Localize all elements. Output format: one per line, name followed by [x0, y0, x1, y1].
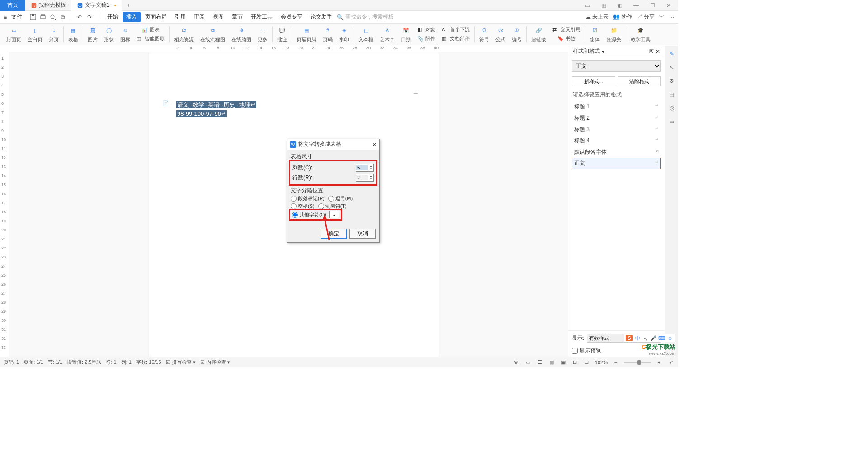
teaching-tools-button[interactable]: 🎓教学工具	[628, 24, 653, 44]
picture-button[interactable]: 🖼图片	[85, 24, 100, 44]
wordart-button[interactable]: A艺术字	[377, 24, 397, 44]
columns-input[interactable]	[356, 165, 368, 170]
menu-references[interactable]: 引用	[171, 12, 189, 22]
cover-page-button[interactable]: ▭封面页	[4, 24, 24, 44]
view-page-icon[interactable]: ▭	[524, 359, 532, 366]
zoom-in-icon[interactable]: +	[656, 359, 663, 366]
docparts-button[interactable]: ▥文档部件	[439, 34, 472, 43]
side-layers-icon[interactable]: ▤	[667, 90, 676, 99]
radio-tab[interactable]: 制表符(T)	[318, 203, 347, 210]
status-setting[interactable]: 设置值: 2.5厘米	[67, 359, 101, 366]
menu-pagelayout[interactable]: 页面布局	[142, 12, 170, 22]
tab-templates[interactable]: D 找稻壳模板	[25, 0, 71, 11]
side-styles-icon[interactable]: ✎	[667, 49, 676, 58]
status-section[interactable]: 节: 1/1	[48, 359, 62, 366]
zoom-slider[interactable]	[624, 362, 651, 363]
status-col[interactable]: 列: 1	[121, 359, 132, 366]
status-words[interactable]: 字数: 15/15	[136, 359, 161, 366]
status-page[interactable]: 页码: 1	[4, 359, 19, 366]
other-char-input[interactable]	[329, 211, 339, 218]
fit-icon[interactable]: ⊡	[571, 359, 579, 366]
clear-format-button[interactable]: 清除格式	[618, 76, 661, 86]
status-spell[interactable]: ☑ 拼写检查 ▾	[166, 359, 196, 366]
dropcap-button[interactable]: A首字下沉	[439, 25, 472, 34]
status-line[interactable]: 行: 1	[106, 359, 116, 366]
fit-width-icon[interactable]: ⊟	[583, 359, 590, 366]
tab-document[interactable]: W 文字文稿1 •	[71, 0, 122, 11]
menu-devtools[interactable]: 开发工具	[247, 12, 276, 22]
more-icon[interactable]: ⋯	[669, 14, 675, 20]
preview-checkbox[interactable]	[572, 348, 578, 354]
panel-pin-icon[interactable]: ⇱	[649, 48, 654, 55]
menu-member[interactable]: 会员专享	[277, 12, 306, 22]
side-select-icon[interactable]: ↖	[667, 63, 676, 72]
menu-review[interactable]: 审阅	[190, 12, 208, 22]
style-item-h4[interactable]: 标题 4↵	[572, 135, 661, 146]
menu-insert[interactable]: 插入	[123, 12, 141, 22]
panel-close-icon[interactable]: ✕	[656, 48, 660, 55]
view-outline-icon[interactable]: ☰	[536, 359, 543, 366]
menu-icon[interactable]: ≡	[4, 14, 7, 20]
radio-space[interactable]: 空格(S)	[291, 203, 315, 210]
tab-new[interactable]: ＋	[122, 0, 136, 11]
apps-icon[interactable]: ▦	[598, 1, 609, 10]
style-item-h1[interactable]: 标题 1↵	[572, 101, 661, 113]
mindmap-button[interactable]: ✵在线脑图	[229, 24, 254, 44]
crossref-button[interactable]: ⇄交叉引用	[550, 25, 583, 34]
ime-lang-icon[interactable]: 中	[634, 335, 641, 341]
bookmark-button[interactable]: 🔖书签	[550, 34, 583, 43]
status-eye-icon[interactable]: 👁	[513, 359, 520, 366]
close-button[interactable]: ✕	[663, 1, 675, 10]
doc-line-2[interactable]: 98-99-100-97-96↵	[176, 110, 227, 117]
more-button[interactable]: ⋯更多	[255, 24, 270, 44]
symbol-button[interactable]: Ω符号	[476, 24, 492, 44]
textbox-button[interactable]: ▢文本框	[356, 24, 376, 44]
menu-thesis[interactable]: 论文助手	[307, 12, 336, 22]
dialog-close-button[interactable]: ✕	[372, 141, 377, 148]
ime-keyboard-icon[interactable]: ⌨	[658, 335, 665, 341]
numbering-button[interactable]: ①编号	[509, 24, 524, 44]
minimize-button[interactable]: —	[630, 1, 642, 10]
view-read-icon[interactable]: ▣	[560, 359, 567, 366]
ok-button[interactable]: 确定	[321, 229, 347, 239]
layout-icon[interactable]: ▭	[581, 1, 593, 10]
attachment-button[interactable]: 📎附件	[415, 34, 438, 43]
current-style-select[interactable]: 正文	[572, 60, 661, 72]
date-button[interactable]: 📅日期	[398, 24, 414, 44]
redo-icon[interactable]: ↷	[86, 14, 93, 21]
undo-icon[interactable]: ↶	[76, 14, 83, 21]
resources-button[interactable]: 🗂稻壳资源	[171, 24, 197, 44]
save-icon[interactable]	[29, 14, 37, 21]
style-item-default-font[interactable]: 默认段落字体a	[572, 146, 661, 158]
ime-toolbar[interactable]: S 中 •, 🎤 ⌨ ☺	[624, 334, 675, 342]
comment-button[interactable]: 💬批注	[274, 24, 290, 44]
form-button[interactable]: ☑窗体	[587, 24, 603, 44]
style-item-h2[interactable]: 标题 2↵	[572, 113, 661, 124]
radio-other[interactable]: 其他字符(O):	[292, 212, 328, 218]
share-button[interactable]: ↗ 分享	[637, 13, 655, 21]
status-pages[interactable]: 页面: 1/1	[24, 359, 43, 366]
style-item-body[interactable]: 正文↵	[572, 158, 661, 169]
menu-start[interactable]: 开始	[104, 12, 122, 22]
table-button[interactable]: ▦表格	[66, 24, 81, 44]
shapes-button[interactable]: ◯形状	[101, 24, 117, 44]
columns-spinner[interactable]: ▲▼	[356, 164, 374, 172]
smartart-button[interactable]: ◫智能图形	[134, 34, 167, 43]
page-break-button[interactable]: ⤓分页	[46, 24, 61, 44]
tab-home[interactable]: 首页	[0, 0, 25, 11]
doc-line-1[interactable]: 语文 -数学 -英语 -历史 -地理↵	[176, 101, 256, 108]
menu-view[interactable]: 视图	[209, 12, 227, 22]
ime-punct-icon[interactable]: •,	[642, 335, 649, 341]
ime-voice-icon[interactable]: 🎤	[650, 335, 657, 341]
side-location-icon[interactable]: ◎	[667, 103, 676, 113]
icons-button[interactable]: ☺图标	[118, 24, 133, 44]
radio-paragraph[interactable]: 段落标记(P)	[291, 195, 325, 202]
new-style-button[interactable]: 新样式...	[572, 76, 615, 86]
zoom-label[interactable]: 102%	[595, 360, 608, 365]
user-icon[interactable]: ◐	[614, 1, 626, 10]
side-read-icon[interactable]: ▭	[667, 117, 676, 126]
radio-comma[interactable]: 逗号(M)	[328, 195, 353, 202]
preview-icon[interactable]	[49, 14, 57, 21]
file-menu[interactable]: 文件	[8, 12, 26, 22]
menu-chapter[interactable]: 章节	[228, 12, 246, 22]
